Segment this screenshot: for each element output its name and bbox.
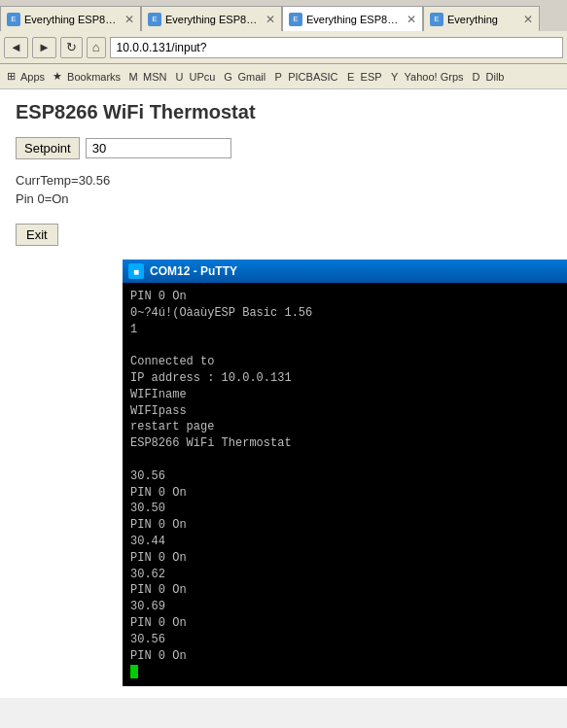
bookmark-esp[interactable]: E ESP (344, 70, 382, 84)
bookmark-yahoo[interactable]: Y Yahoo! Grps (388, 70, 464, 84)
bookmark-apps-label: Apps (20, 71, 45, 83)
nav-bar: ◄ ► ↻ ⌂ (0, 31, 567, 64)
putty-cursor (130, 665, 138, 678)
bookmark-msn[interactable]: M MSN (126, 70, 166, 84)
msn-icon: M (126, 70, 140, 84)
bookmark-esp-label: ESP (361, 71, 382, 83)
address-bar[interactable] (110, 37, 563, 58)
curr-temp: CurrTemp=30.56 (16, 173, 551, 188)
tab-1-favicon: E (7, 13, 20, 26)
bookmark-gmail[interactable]: G Gmail (221, 70, 266, 84)
forward-button[interactable]: ► (32, 37, 56, 58)
putty-window: ■ COM12 - PuTTY PIN 0 On 0~?4ú!(OàaùyESP… (123, 260, 567, 686)
tab-1[interactable]: E Everything ESP8266 - ✕ (0, 6, 141, 31)
bookmark-msn-label: MSN (143, 71, 166, 83)
tab-4-favicon: E (430, 13, 443, 26)
bookmark-dilb[interactable]: D Dilb (470, 70, 505, 84)
bookmark-upcu-label: UPcu (190, 71, 216, 83)
tab-3-close[interactable]: ✕ (407, 13, 416, 26)
exit-button[interactable]: Exit (16, 224, 58, 246)
upcu-icon: U (173, 70, 187, 84)
tab-3[interactable]: E Everything ESP8266 - ✕ (282, 6, 423, 31)
tab-2-close[interactable]: ✕ (266, 13, 275, 26)
back-button[interactable]: ◄ (4, 37, 28, 58)
setpoint-row: Setpoint (16, 137, 551, 159)
pin-status: Pin 0=On (16, 191, 551, 206)
bookmarks-icon: ★ (51, 70, 64, 84)
apps-icon: ⊞ (4, 70, 18, 84)
tab-4[interactable]: E Everything ✕ (423, 6, 540, 31)
picbasic-icon: P (271, 70, 285, 84)
tab-1-close[interactable]: ✕ (124, 13, 134, 26)
putty-icon: ■ (128, 263, 144, 279)
esp-icon: E (344, 70, 358, 84)
tab-2[interactable]: E Everything ESP8266 - ✕ (141, 6, 282, 31)
tab-2-label: Everything ESP8266 - (165, 14, 262, 25)
browser-tabs: E Everything ESP8266 - ✕ E Everything ES… (0, 0, 567, 31)
bookmark-gmail-label: Gmail (237, 71, 266, 83)
bookmark-picbasic[interactable]: P PICBASIC (271, 70, 337, 84)
bookmark-bookmarks[interactable]: ★ Bookmarks (51, 70, 121, 84)
tab-3-label: Everything ESP8266 - (306, 14, 403, 25)
tab-1-label: Everything ESP8266 - (24, 14, 121, 25)
tab-4-label: Everything (447, 14, 519, 25)
putty-title-text: COM12 - PuTTY (150, 264, 564, 278)
page-title: ESP8266 WiFi Thermostat (16, 101, 551, 123)
bookmarks-bar: ⊞ Apps ★ Bookmarks M MSN U UPcu G Gmail … (0, 64, 567, 89)
setpoint-label: Setpoint (16, 137, 80, 159)
page-content: ESP8266 WiFi Thermostat Setpoint CurrTem… (0, 89, 567, 698)
bookmark-apps[interactable]: ⊞ Apps (4, 70, 45, 84)
bookmark-picbasic-label: PICBASIC (288, 71, 337, 83)
yahoo-icon: Y (388, 70, 402, 84)
tab-4-close[interactable]: ✕ (523, 13, 533, 26)
tab-3-favicon: E (289, 13, 302, 26)
putty-body[interactable]: PIN 0 On 0~?4ú!(OàaùyESP Basic 1.56 1 Co… (123, 283, 567, 686)
gmail-icon: G (221, 70, 234, 84)
bookmark-dilb-label: Dilb (486, 71, 505, 83)
home-button[interactable]: ⌂ (87, 37, 106, 58)
bookmark-upcu[interactable]: U UPcu (173, 70, 216, 84)
refresh-button[interactable]: ↻ (60, 37, 83, 58)
dilb-icon: D (470, 70, 483, 84)
bookmark-yahoo-label: Yahoo! Grps (405, 71, 464, 83)
tab-2-favicon: E (148, 13, 161, 26)
setpoint-input[interactable] (86, 138, 231, 158)
bookmark-bookmarks-label: Bookmarks (67, 71, 121, 83)
putty-titlebar[interactable]: ■ COM12 - PuTTY (123, 260, 567, 283)
